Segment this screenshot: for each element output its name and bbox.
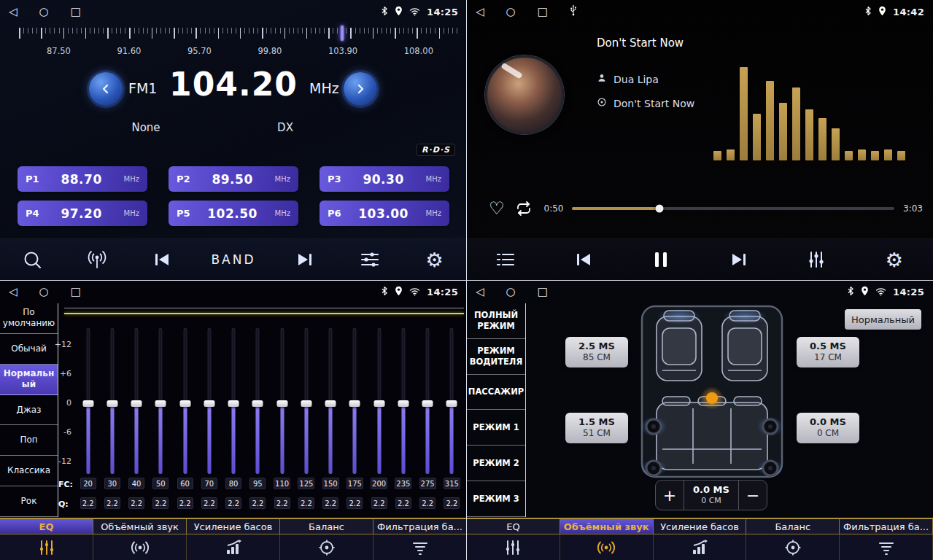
eq-band-slider-7[interactable] [246, 328, 270, 474]
eq-slider-handle[interactable] [373, 400, 384, 407]
eq-band-slider-9[interactable] [294, 328, 318, 474]
eq-band-slider-0[interactable] [76, 328, 100, 474]
band-button[interactable]: BAND [211, 252, 255, 267]
surround-sound-icon[interactable] [560, 534, 654, 560]
eq-band-slider-1[interactable] [100, 328, 124, 474]
tune-up-button[interactable] [344, 72, 377, 106]
eq-slider-handle[interactable] [131, 400, 142, 407]
frequency-ruler[interactable] [19, 28, 461, 44]
audio-tab-2[interactable]: Усиление басов [654, 519, 747, 534]
progress-handle[interactable] [655, 205, 663, 213]
radio-preset-p2[interactable]: P289.50MHz [169, 166, 298, 192]
eq-slider-handle[interactable] [398, 400, 409, 407]
filter-icon[interactable] [373, 534, 467, 560]
audio-tab-4[interactable]: Фильтрация ба... [840, 519, 933, 534]
audio-tab-0[interactable]: EQ [467, 519, 560, 534]
bass-boost-icon[interactable] [187, 534, 280, 560]
eq-band-slider-13[interactable] [391, 328, 415, 474]
audio-tab-1[interactable]: Объёмный звук [93, 519, 187, 534]
mixer-icon[interactable] [800, 244, 832, 276]
surround-mode-0[interactable]: ПОЛНЫЙ РЕЖИМ [467, 303, 525, 339]
recents-button[interactable]: □ [538, 287, 548, 298]
eq-sliders-icon[interactable] [0, 534, 93, 560]
radio-preset-p6[interactable]: P6103.00MHz [320, 201, 449, 226]
recents-button[interactable]: □ [71, 287, 81, 298]
favorite-icon[interactable]: ♡ [489, 200, 505, 217]
album-art[interactable] [485, 55, 564, 134]
eq-band-slider-8[interactable] [270, 328, 294, 474]
surround-mode-3[interactable]: РЕЖИМ 1 [467, 410, 525, 446]
eq-preset-0[interactable]: По умолчанию [0, 303, 58, 334]
settings-gear-icon[interactable]: ⚙ [419, 244, 451, 276]
next-track-icon[interactable] [723, 244, 755, 276]
playlist-icon[interactable] [489, 244, 522, 276]
home-button[interactable]: ○ [39, 287, 49, 298]
front-right-delay[interactable]: 0.5 MS 17 CM [797, 337, 859, 368]
settings-gear-icon[interactable]: ⚙ [878, 244, 910, 276]
repeat-icon[interactable] [515, 201, 533, 217]
back-button[interactable]: ◁ [9, 7, 18, 18]
tune-down-button[interactable] [89, 72, 123, 106]
previous-station-icon[interactable] [146, 244, 178, 276]
eq-slider-handle[interactable] [155, 400, 166, 407]
eq-band-slider-2[interactable] [125, 328, 149, 474]
eq-slider-handle[interactable] [107, 400, 117, 407]
audio-tab-1[interactable]: Объёмный звук [560, 519, 654, 534]
radio-preset-p3[interactable]: P390.30MHz [320, 166, 449, 192]
eq-band-slider-5[interactable] [197, 328, 221, 474]
eq-slider-handle[interactable] [179, 400, 190, 407]
surround-mode-2[interactable]: ПАССАЖИР [467, 375, 525, 411]
eq-preset-6[interactable]: Рок [0, 486, 58, 517]
broadcast-icon[interactable] [81, 244, 113, 276]
back-button[interactable]: ◁ [476, 287, 484, 298]
rear-right-delay[interactable]: 0.0 MS 0 CM [797, 413, 859, 443]
eq-slider-handle[interactable] [252, 400, 263, 407]
eq-band-slider-11[interactable] [343, 328, 367, 474]
eq-band-slider-6[interactable] [222, 328, 246, 474]
radio-preset-p4[interactable]: P497.20MHz [18, 201, 147, 226]
progress-bar[interactable] [572, 207, 894, 210]
eq-slider-handle[interactable] [349, 400, 360, 407]
eq-preset-2[interactable]: Нормальный [0, 365, 58, 395]
surround-mode-1[interactable]: РЕЖИМ ВОДИТЕЛЯ [467, 339, 525, 375]
eq-slider-handle[interactable] [82, 400, 93, 407]
audio-tab-3[interactable]: Баланс [280, 519, 373, 534]
radio-preset-p1[interactable]: P188.70MHz [18, 166, 147, 192]
eq-band-slider-12[interactable] [367, 328, 391, 474]
eq-preset-5[interactable]: Классика [0, 456, 58, 486]
audio-tab-0[interactable]: EQ [0, 519, 93, 534]
tune-settings-icon[interactable] [354, 244, 386, 276]
eq-slider-handle[interactable] [276, 400, 287, 407]
audio-tab-2[interactable]: Усиление басов [187, 519, 280, 534]
back-button[interactable]: ◁ [476, 7, 484, 18]
eq-band-slider-10[interactable] [319, 328, 343, 474]
eq-slider-handle[interactable] [228, 400, 239, 407]
rear-left-delay[interactable]: 1.5 MS 51 CM [565, 413, 628, 443]
recents-button[interactable]: □ [71, 7, 81, 18]
balance-icon[interactable] [280, 534, 373, 560]
eq-preset-1[interactable]: Обычай [0, 334, 58, 365]
eq-band-slider-14[interactable] [416, 328, 440, 474]
previous-track-icon[interactable] [568, 244, 600, 276]
pause-icon[interactable] [645, 244, 677, 276]
filter-icon[interactable] [840, 534, 933, 560]
increase-delay-button[interactable]: + [656, 481, 684, 510]
audio-tab-4[interactable]: Фильтрация ба... [373, 519, 467, 534]
eq-band-slider-15[interactable] [440, 328, 464, 474]
audio-tab-3[interactable]: Баланс [746, 519, 840, 534]
eq-slider-handle[interactable] [446, 400, 457, 407]
surround-sound-icon[interactable] [93, 534, 187, 560]
eq-preset-4[interactable]: Поп [0, 425, 58, 456]
eq-sliders-icon[interactable] [467, 534, 560, 560]
back-button[interactable]: ◁ [9, 287, 18, 298]
front-left-delay[interactable]: 2.5 MS 85 CM [565, 337, 628, 368]
next-station-icon[interactable] [289, 244, 321, 276]
home-button[interactable]: ○ [506, 287, 516, 298]
eq-preset-3[interactable]: Джаз [0, 395, 58, 426]
home-button[interactable]: ○ [506, 7, 516, 18]
home-button[interactable]: ○ [39, 7, 49, 18]
surround-mode-4[interactable]: РЕЖИМ 2 [467, 446, 525, 481]
eq-slider-handle[interactable] [204, 400, 214, 407]
eq-slider-handle[interactable] [325, 400, 336, 407]
balance-icon[interactable] [746, 534, 840, 560]
